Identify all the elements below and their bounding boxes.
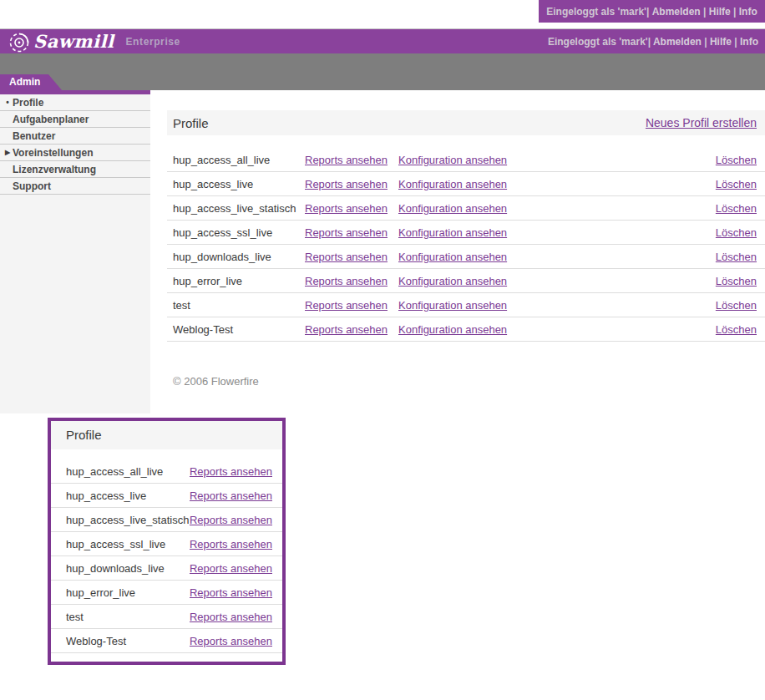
profile-name: hup_error_live xyxy=(66,586,135,599)
sidebar-item-label: Lizenzverwaltung xyxy=(13,164,96,175)
reports-link[interactable]: Reports ansehen xyxy=(305,323,398,336)
profile-name: hup_access_live xyxy=(66,489,146,502)
reports-link[interactable]: Reports ansehen xyxy=(305,251,398,263)
inset-row: Weblog-Test Reports ansehen xyxy=(51,629,282,653)
logout-link[interactable]: Abmelden xyxy=(652,6,701,18)
inset-row: hup_access_live Reports ansehen xyxy=(51,484,282,508)
copyright-footer: © 2006 Flowerfire xyxy=(167,375,765,388)
reports-link[interactable]: Reports ansehen xyxy=(305,178,398,190)
session-bar-top: Eingeloggt als 'mark'| Abmelden | Hilfe … xyxy=(539,0,765,23)
profile-name: hup_downloads_live xyxy=(173,251,305,263)
loeschen-link[interactable]: Löschen xyxy=(716,202,757,215)
profile-name: test xyxy=(66,611,84,623)
sidebar-item-label: Support xyxy=(13,180,51,192)
konfiguration-link[interactable]: Konfiguration ansehen xyxy=(398,299,716,312)
table-row: test Reports ansehen Konfiguration anseh… xyxy=(167,293,765,317)
sidebar-item-aufgabenplaner[interactable]: Aufgabenplaner xyxy=(0,111,150,128)
inset-row: hup_error_live Reports ansehen xyxy=(51,581,282,605)
separator: | xyxy=(702,36,710,48)
konfiguration-link[interactable]: Konfiguration ansehen xyxy=(398,275,716,287)
help-link[interactable]: Hilfe xyxy=(710,36,732,48)
profile-name: hup_access_live_statisch xyxy=(66,514,189,526)
sidebar-item-label: Profile xyxy=(13,97,43,109)
reports-link[interactable]: Reports ansehen xyxy=(305,299,398,312)
loeschen-link[interactable]: Löschen xyxy=(716,275,757,287)
konfiguration-link[interactable]: Konfiguration ansehen xyxy=(398,154,716,166)
konfiguration-link[interactable]: Konfiguration ansehen xyxy=(398,323,716,336)
session-bar-header: Eingeloggt als 'mark'| Abmelden | Hilfe … xyxy=(548,36,765,48)
konfiguration-link[interactable]: Konfiguration ansehen xyxy=(398,226,716,239)
info-link[interactable]: Info xyxy=(739,6,757,18)
inset-reports-link: Reports ansehen xyxy=(190,465,272,478)
profile-name: Weblog-Test xyxy=(66,635,126,647)
profile-name: test xyxy=(173,299,305,312)
loeschen-link[interactable]: Löschen xyxy=(716,323,757,336)
sidebar-item-voreinstellungen[interactable]: ▶ Voreinstellungen xyxy=(0,145,150,161)
separator: | xyxy=(731,6,739,18)
inset-reports-link: Reports ansehen xyxy=(190,562,272,575)
profile-name: hup_access_ssl_live xyxy=(173,226,305,239)
konfiguration-link[interactable]: Konfiguration ansehen xyxy=(398,178,716,190)
inset-reports-link: Reports ansehen xyxy=(190,538,272,550)
gray-band xyxy=(0,53,765,90)
table-row: hup_access_ssl_live Reports ansehen Konf… xyxy=(167,221,765,245)
table-row: hup_error_live Reports ansehen Konfigura… xyxy=(167,269,765,293)
inset-row: hup_access_all_live Reports ansehen xyxy=(51,459,282,484)
inset-row: hup_access_live_statisch Reports ansehen xyxy=(51,508,282,532)
logo: Sawmill Enterprise xyxy=(0,29,180,53)
table-row: hup_access_all_live Reports ansehen Konf… xyxy=(167,148,765,172)
inset-reports-link: Reports ansehen xyxy=(190,635,272,647)
profile-name: hup_error_live xyxy=(173,275,305,287)
help-link[interactable]: Hilfe xyxy=(709,6,731,18)
reports-link[interactable]: Reports ansehen xyxy=(305,202,398,215)
konfiguration-link[interactable]: Konfiguration ansehen xyxy=(398,251,716,263)
inset-reports-link: Reports ansehen xyxy=(190,586,272,599)
loeschen-link[interactable]: Löschen xyxy=(716,178,757,190)
sidebar-item-lizenzverwaltung[interactable]: Lizenzverwaltung xyxy=(0,161,150,178)
reports-link[interactable]: Reports ansehen xyxy=(305,226,398,239)
edition-label: Enterprise xyxy=(126,36,180,48)
sidebar: • Profile Aufgabenplaner Benutzer ▶ Vore… xyxy=(0,94,150,413)
inset-row: hup_downloads_live Reports ansehen xyxy=(51,556,282,581)
loeschen-link[interactable]: Löschen xyxy=(716,226,757,239)
separator: | xyxy=(732,36,740,48)
reports-link[interactable]: Reports ansehen xyxy=(305,275,398,287)
reports-link[interactable]: Reports ansehen xyxy=(305,154,398,166)
create-profile-link[interactable]: Neues Profil erstellen xyxy=(646,116,757,129)
separator: | xyxy=(701,6,709,18)
sidebar-item-benutzer[interactable]: Benutzer xyxy=(0,128,150,145)
profile-name: hup_downloads_live xyxy=(66,562,165,575)
session-status: Eingeloggt als 'mark'| xyxy=(546,6,649,18)
table-row: hup_downloads_live Reports ansehen Konfi… xyxy=(167,245,765,269)
sidebar-item-profile[interactable]: • Profile xyxy=(0,94,150,111)
chevron-right-icon: ▶ xyxy=(3,149,13,156)
page-title-bar: Profile Neues Profil erstellen xyxy=(167,110,765,135)
loeschen-link[interactable]: Löschen xyxy=(716,299,757,312)
logout-link[interactable]: Abmelden xyxy=(653,36,702,48)
table-row: Weblog-Test Reports ansehen Konfiguratio… xyxy=(167,317,765,342)
table-row: hup_access_live Reports ansehen Konfigur… xyxy=(167,172,765,196)
profile-name: hup_access_all_live xyxy=(66,465,163,478)
inset-spacer xyxy=(51,449,282,459)
inset-title: Profile xyxy=(51,421,282,449)
profile-name: hup_access_ssl_live xyxy=(66,538,165,550)
loeschen-link[interactable]: Löschen xyxy=(716,251,757,263)
inset-reports-link: Reports ansehen xyxy=(190,489,272,502)
sidebar-item-support[interactable]: Support xyxy=(0,178,150,195)
main-content: Profile Neues Profil erstellen hup_acces… xyxy=(167,110,765,388)
sidebar-item-label: Benutzer xyxy=(13,130,55,142)
inset-row: hup_access_ssl_live Reports ansehen xyxy=(51,532,282,556)
sidebar-item-label: Aufgabenplaner xyxy=(13,114,89,125)
konfiguration-link[interactable]: Konfiguration ansehen xyxy=(398,202,716,215)
inset-reports-link: Reports ansehen xyxy=(190,611,272,623)
profile-name: Weblog-Test xyxy=(173,323,305,336)
table-row: hup_access_live_statisch Reports ansehen… xyxy=(167,196,765,221)
profile-name: hup_access_live xyxy=(173,178,305,190)
profile-name: hup_access_all_live xyxy=(173,154,305,166)
profiles-table: hup_access_all_live Reports ansehen Konf… xyxy=(167,148,765,342)
inset-reports-link: Reports ansehen xyxy=(190,514,272,526)
loeschen-link[interactable]: Löschen xyxy=(716,154,757,166)
info-link[interactable]: Info xyxy=(740,36,758,48)
app-header-bar: Sawmill Enterprise Eingeloggt als 'mark'… xyxy=(0,28,765,53)
logo-wordmark: Sawmill xyxy=(33,31,114,52)
